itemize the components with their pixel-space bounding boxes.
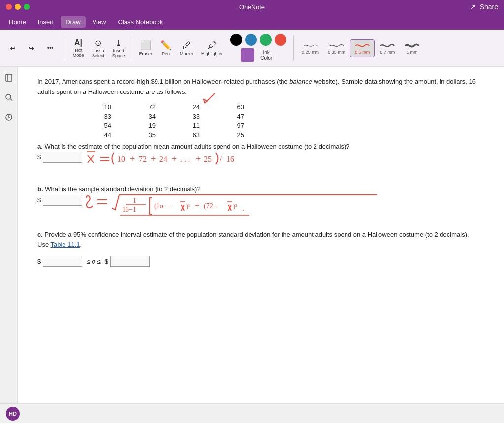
svg-line-3 (10, 99, 12, 101)
divider-2 (132, 36, 132, 60)
svg-text:−: − (167, 202, 171, 210)
confidence-upper-input[interactable] (110, 256, 150, 267)
svg-text:)²: )² (186, 203, 190, 210)
divider-1 (65, 36, 65, 60)
share-icon[interactable]: ↗ (470, 3, 476, 11)
maximize-button[interactable] (24, 4, 30, 10)
color-blue[interactable] (245, 34, 257, 46)
pen-sizes: 0.25 mm 0.35 mm 0.5 mm 0.7 mm 1 mm (298, 39, 424, 57)
formula-b-handwriting: 1 16−1 (1o − )² + (72 − )² (82, 191, 407, 220)
pen-size-025[interactable]: 0.25 mm (298, 40, 323, 57)
text-mode-button[interactable]: A| TextMode (69, 36, 87, 60)
color-selected-swatch[interactable] (241, 48, 254, 62)
menu-class-notebook[interactable]: Class Notebook (113, 16, 168, 28)
menu-home[interactable]: Home (4, 16, 31, 28)
svg-text:(72 −: (72 − (204, 202, 219, 210)
svg-text:25: 25 (204, 155, 212, 163)
confidence-interval-row: $ ≤ σ ≤ $ (37, 256, 484, 267)
pen-label: Pen (162, 51, 170, 56)
question-c-use: Use Table 11.1. (37, 240, 484, 250)
svg-text:/: / (220, 155, 222, 165)
svg-point-2 (6, 94, 11, 99)
close-button[interactable] (6, 4, 12, 10)
pen-size-035[interactable]: 0.35 mm (324, 40, 349, 57)
answer-a-area: $ 10 + 72 + (37, 152, 484, 181)
question-b: b. What is the sample standard deviation… (37, 185, 484, 227)
pen-size-05[interactable]: 0.5 mm (350, 39, 375, 57)
color-red[interactable] (275, 34, 286, 46)
svg-line-5 (205, 93, 215, 103)
svg-text:(1o: (1o (154, 202, 163, 210)
data-row-3: 54 19 11 97 (96, 122, 484, 129)
answer-a-input[interactable] (43, 152, 82, 163)
svg-text:+: + (196, 154, 201, 164)
menu-draw[interactable]: Draw (61, 16, 85, 28)
user-avatar[interactable]: HD (6, 407, 20, 421)
data-row-2: 33 34 33 47 (96, 113, 484, 120)
answer-b-input[interactable] (43, 195, 82, 206)
titlebar: OneNote ↗ Share (0, 0, 504, 14)
data-row-4: 44 35 63 25 (96, 131, 484, 139)
svg-text:+: + (172, 154, 177, 164)
svg-text:16−1: 16−1 (122, 206, 136, 213)
undo-button[interactable]: ↩ (4, 42, 22, 54)
svg-text:+: + (151, 154, 156, 164)
question-c: c. Provide a 95% confidence interval est… (37, 231, 484, 267)
marker-button[interactable]: 🖊 Marker (177, 38, 196, 58)
svg-text:)²: )² (233, 203, 237, 210)
eraser-label: Eraser (139, 51, 153, 56)
color-black[interactable] (230, 34, 242, 46)
svg-rect-0 (6, 74, 12, 81)
data-row-1: 10 72 24 63 (96, 103, 484, 111)
sidebar-search-icon[interactable] (2, 91, 16, 104)
svg-text:24: 24 (159, 155, 167, 163)
table-11-1-link[interactable]: Table 11.1 (51, 241, 80, 248)
svg-text:+: + (195, 201, 199, 210)
confidence-lower-input[interactable] (43, 256, 82, 267)
color-green[interactable] (260, 34, 272, 46)
share-label[interactable]: Share (480, 3, 498, 11)
menubar: Home Insert Draw View Class Notebook (0, 14, 504, 30)
svg-text:10: 10 (117, 155, 125, 163)
statusbar: HD (0, 403, 504, 423)
svg-text:16: 16 (226, 155, 234, 163)
marker-label: Marker (180, 51, 193, 56)
main-content: In 2017, Americans spent a record-high $… (18, 67, 504, 403)
redo-button[interactable]: ↪ (23, 42, 40, 54)
eraser-button[interactable]: ⬜ Eraser (136, 38, 156, 58)
ink-color-button[interactable]: InkColor (256, 48, 276, 62)
highlighter-button[interactable]: 🖍 Highlighter (198, 38, 225, 58)
mode-tools: A| TextMode ⊙ LassoSelect ⤓ InsertSpace (69, 36, 128, 60)
toolbar: ↩ ↪ ••• A| TextMode ⊙ LassoSelect ⤓ Inse… (0, 30, 504, 67)
divider-3 (293, 36, 294, 60)
app-title: OneNote (239, 3, 265, 11)
more-button[interactable]: ••• (41, 42, 59, 54)
svg-text:+: + (130, 154, 135, 164)
question-a: a. What is the estimate of the populatio… (37, 143, 484, 181)
pen-size-07[interactable]: 0.7 mm (376, 40, 399, 57)
drawing-tools: ⬜ Eraser ✏️ Pen 🖊 Marker 🖍 Highlighter (136, 38, 226, 58)
sidebar-history-icon[interactable] (2, 110, 16, 124)
pen-button[interactable]: ✏️ Pen (157, 38, 175, 58)
sidebar (0, 67, 18, 403)
arrow-annotation (195, 89, 224, 108)
svg-text:72: 72 (139, 155, 147, 163)
insert-space-button[interactable]: ⤓ InsertSpace (109, 36, 128, 60)
titlebar-actions: ↗ Share (470, 3, 498, 11)
svg-text:.: . (242, 204, 244, 212)
data-table: 10 72 24 63 33 34 33 47 54 19 11 97 44 3… (96, 103, 484, 139)
lasso-select-button[interactable]: ⊙ LassoSelect (89, 36, 107, 60)
sidebar-notebook-icon[interactable] (2, 71, 16, 85)
pen-size-1[interactable]: 1 mm (400, 40, 424, 57)
svg-text:1: 1 (133, 197, 136, 204)
problem-intro: In 2017, Americans spent a record-high $… (37, 77, 484, 97)
traffic-lights (6, 4, 30, 10)
menu-insert[interactable]: Insert (33, 16, 59, 28)
highlighter-label: Highlighter (201, 51, 222, 56)
answer-b-area: $ 1 16−1 (1o − (37, 195, 484, 227)
menu-view[interactable]: View (88, 16, 111, 28)
minimize-button[interactable] (15, 4, 21, 10)
formula-a-handwriting: 10 + 72 + 24 + . . . + 25 / (82, 148, 402, 175)
svg-text:. . .: . . . (180, 155, 190, 163)
